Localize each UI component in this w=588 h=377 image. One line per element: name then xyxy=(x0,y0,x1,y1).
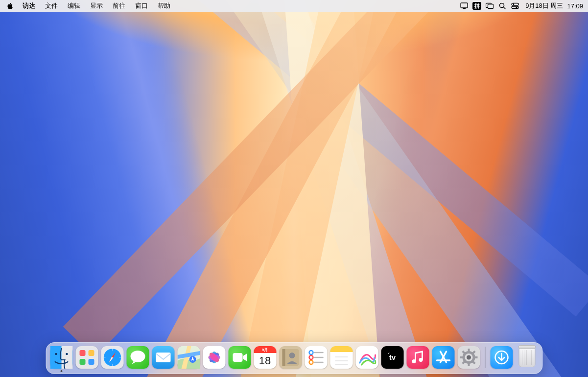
dock-app-appstore[interactable] xyxy=(432,346,454,369)
mail-icon xyxy=(152,346,174,369)
svg-rect-39 xyxy=(233,353,242,362)
menubar: 访达 文件 编辑 显示 前往 窗口 帮助 拼 9月18日 周三 17:09 xyxy=(0,0,588,12)
menubar-item-view[interactable]: 显示 xyxy=(85,1,108,10)
screen-mirroring-icon[interactable] xyxy=(458,0,470,12)
svg-point-12 xyxy=(55,353,57,355)
dock-trash[interactable] xyxy=(516,346,538,369)
freeform-icon xyxy=(355,346,378,369)
svg-point-13 xyxy=(66,353,68,355)
svg-point-9 xyxy=(516,7,517,8)
dock-app-freeform[interactable] xyxy=(355,346,378,369)
apple-logo-icon xyxy=(7,2,14,9)
contacts-icon xyxy=(279,346,302,369)
appstore-icon xyxy=(432,346,454,369)
dock-app-launchpad[interactable] xyxy=(75,346,98,369)
input-method-icon[interactable]: 拼 xyxy=(470,0,483,12)
downloads-icon xyxy=(490,346,513,369)
svg-rect-62 xyxy=(474,356,477,358)
menubar-item-edit[interactable]: 编辑 xyxy=(63,1,85,10)
svg-line-5 xyxy=(504,7,506,9)
svg-rect-11 xyxy=(61,346,72,369)
dock-app-photos[interactable] xyxy=(203,346,225,369)
photos-icon xyxy=(203,346,225,369)
svg-rect-27 xyxy=(156,353,170,362)
menubar-right: 拼 9月18日 周三 17:09 xyxy=(458,0,583,12)
svg-point-54 xyxy=(419,358,423,362)
svg-rect-60 xyxy=(468,363,470,366)
menubar-date[interactable]: 9月18日 周三 xyxy=(521,1,563,10)
menubar-item-go[interactable]: 前往 xyxy=(108,1,130,10)
svg-rect-15 xyxy=(88,350,94,356)
dock-app-maps[interactable] xyxy=(177,346,200,369)
svg-rect-59 xyxy=(468,349,470,352)
dock-app-safari[interactable] xyxy=(101,346,123,369)
svg-rect-14 xyxy=(79,350,85,356)
svg-point-43 xyxy=(309,351,313,354)
launchpad-icon xyxy=(75,346,98,369)
svg-rect-0 xyxy=(461,3,468,8)
trash-icon xyxy=(518,348,535,367)
svg-rect-1 xyxy=(463,8,466,9)
dock-app-facetime[interactable] xyxy=(228,346,251,369)
svg-point-47 xyxy=(309,360,313,364)
svg-point-42 xyxy=(289,353,295,358)
control-center-icon[interactable] xyxy=(509,0,521,12)
svg-point-68 xyxy=(467,355,471,360)
reminders-icon xyxy=(305,346,327,369)
svg-point-53 xyxy=(412,359,416,363)
menubar-left: 访达 文件 编辑 显示 前往 窗口 帮助 xyxy=(6,0,175,12)
svg-point-26 xyxy=(130,351,145,362)
svg-point-7 xyxy=(513,3,515,5)
dock-separator xyxy=(485,347,485,368)
svg-rect-10 xyxy=(50,346,61,369)
settings-icon xyxy=(457,346,480,369)
svg-rect-3 xyxy=(488,4,494,9)
apple-menu[interactable] xyxy=(6,1,15,10)
finder-icon xyxy=(50,346,72,369)
menubar-item-help[interactable]: 帮助 xyxy=(153,1,175,10)
menubar-item-window[interactable]: 窗口 xyxy=(130,1,153,10)
dock-app-calendar[interactable]: 9月 18 xyxy=(254,346,276,369)
svg-point-45 xyxy=(309,355,313,359)
maps-icon xyxy=(177,346,200,369)
menubar-item-file[interactable]: 文件 xyxy=(40,1,63,10)
stage-manager-icon[interactable] xyxy=(483,0,496,12)
tv-icon: tv xyxy=(381,346,403,369)
calendar-month-label: 9月 xyxy=(254,346,276,353)
dock-app-contacts[interactable] xyxy=(279,346,302,369)
menubar-time[interactable]: 17:09 xyxy=(563,2,583,10)
svg-rect-16 xyxy=(79,359,85,365)
dock-app-settings[interactable] xyxy=(457,346,480,369)
spotlight-icon[interactable] xyxy=(496,0,509,12)
svg-rect-41 xyxy=(282,349,285,366)
desktop-wallpaper xyxy=(0,0,588,377)
facetime-icon xyxy=(228,346,251,369)
dock-app-music[interactable] xyxy=(406,346,429,369)
notes-icon xyxy=(330,346,353,369)
safari-icon xyxy=(101,346,123,369)
dock-folder-downloads[interactable] xyxy=(490,346,513,369)
dock-app-tv[interactable]: tv xyxy=(381,346,403,369)
dock-app-notes[interactable] xyxy=(330,346,353,369)
svg-rect-61 xyxy=(460,356,463,358)
dock-app-reminders[interactable] xyxy=(305,346,327,369)
svg-text:tv: tv xyxy=(389,353,396,361)
svg-rect-6 xyxy=(512,3,518,6)
dock-app-messages[interactable] xyxy=(126,346,149,369)
calendar-day-label: 18 xyxy=(254,353,276,369)
svg-rect-8 xyxy=(512,6,518,9)
dock-app-mail[interactable] xyxy=(152,346,174,369)
dock: 9月 18 xyxy=(46,342,542,374)
music-icon xyxy=(406,346,429,369)
svg-rect-17 xyxy=(88,359,94,365)
messages-icon xyxy=(126,346,149,369)
menubar-app-name[interactable]: 访达 xyxy=(18,1,40,10)
dock-app-finder[interactable] xyxy=(50,346,72,369)
